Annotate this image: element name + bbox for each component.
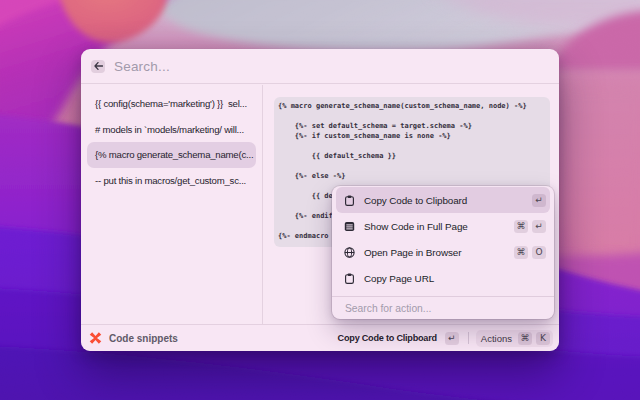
action-search-input[interactable]: Search for action... <box>332 296 554 319</box>
snippet-list-item[interactable]: {{ config(schema='marketing') }} sel... <box>87 91 256 117</box>
actions-label: Actions <box>481 333 512 344</box>
globe-icon <box>344 247 355 258</box>
action-menu-item-label: Open Page in Browser <box>364 247 510 258</box>
snippet-list-item[interactable]: {% macro generate_schema_name(c... <box>87 142 256 168</box>
action-menu-item-label: Copy Page URL <box>364 273 546 284</box>
keycap: ⌘ <box>514 220 528 233</box>
snippet-list-item[interactable]: -- put this in macros/get_custom_sc... <box>87 168 256 194</box>
actions-button[interactable]: Actions ⌘ K <box>476 330 553 347</box>
keycap: O <box>532 246 546 259</box>
back-button[interactable] <box>91 60 105 73</box>
window-icon <box>344 221 355 232</box>
cmd-keycap: ⌘ <box>518 332 532 345</box>
clipboard-icon <box>344 273 355 284</box>
launcher-window: Search... {{ config(schema='marketing') … <box>81 49 559 351</box>
action-menu-item-label: Show Code in Full Page <box>364 221 510 232</box>
k-keycap: K <box>536 332 550 345</box>
keycap: ⌘ <box>514 246 528 259</box>
footer-bar: Code snippets Copy Code to Clipboard ↵ A… <box>81 324 559 351</box>
search-header: Search... <box>81 49 559 84</box>
action-menu-item[interactable]: Copy Code to Clipboard↵ <box>336 187 550 213</box>
action-menu-item-label: Copy Code to Clipboard <box>364 195 528 206</box>
action-menu-item[interactable]: Open Page in Browser⌘O <box>336 239 550 265</box>
desktop: Search... {{ config(schema='marketing') … <box>0 0 640 400</box>
search-input[interactable]: Search... <box>114 59 170 74</box>
clipboard-icon <box>344 195 355 206</box>
action-menu: Copy Code to Clipboard↵Show Code in Full… <box>332 186 554 319</box>
action-menu-item[interactable]: Show Code in Full Page⌘↵ <box>336 213 550 239</box>
return-keycap: ↵ <box>445 332 459 345</box>
action-menu-rows: Copy Code to Clipboard↵Show Code in Full… <box>332 186 554 291</box>
extension-name: Code snippets <box>109 333 178 344</box>
snippet-list: {{ config(schema='marketing') }} sel...#… <box>81 85 263 324</box>
footer-actions: Copy Code to Clipboard ↵ Actions ⌘ K <box>338 330 553 347</box>
action-menu-item[interactable]: Copy Page URL <box>336 265 550 291</box>
keycap: ↵ <box>532 220 546 233</box>
footer-divider <box>468 332 469 344</box>
dbt-logo-icon <box>89 332 102 344</box>
primary-action-label[interactable]: Copy Code to Clipboard <box>338 333 437 343</box>
keycap: ↵ <box>532 194 546 207</box>
snippet-list-item[interactable]: # models in `models/marketing/ will... <box>87 117 256 143</box>
left-arrow-icon <box>94 62 103 70</box>
